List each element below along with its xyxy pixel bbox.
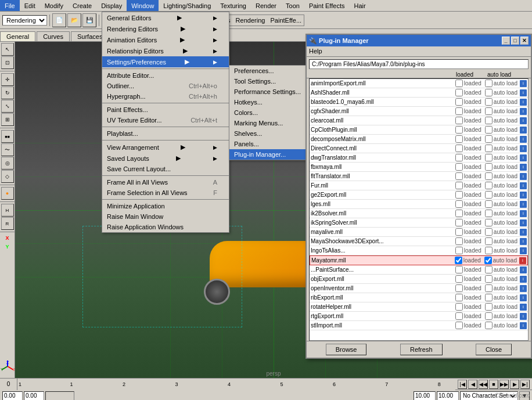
menu-item-frame-all[interactable]: Frame All in All ViewsA [102, 177, 229, 188]
pm-info-btn-1[interactable]: i [520, 89, 527, 96]
menu-item-raise-app[interactable]: Raise Application Windows [102, 222, 229, 232]
menu-file[interactable]: File [0, 0, 20, 11]
pm-loaded-cb-paint[interactable] [455, 266, 463, 273]
move-tool-btn[interactable]: ✛ [1, 73, 14, 86]
pm-auto-cb-13[interactable] [485, 200, 493, 208]
menu-item-uv-editor[interactable]: UV Texture Editor...Ctrl+Alt+t [102, 115, 229, 125]
pm-loaded-cb-4[interactable] [455, 117, 463, 124]
start-frame-field[interactable] [414, 391, 436, 401]
pm-auto-cb-paint[interactable] [485, 266, 493, 273]
pm-loaded-cb-1[interactable] [455, 89, 463, 96]
pm-close-btn[interactable]: ✕ [520, 37, 529, 45]
pm-loaded-cb-23[interactable] [455, 303, 463, 311]
pm-maximize-btn[interactable]: □ [511, 37, 519, 45]
pm-auto-cb-17[interactable] [485, 237, 493, 245]
menu-item-hypergraph[interactable]: Hypergraph...Ctrl+Alt+h [102, 91, 229, 102]
soft-select-btn[interactable]: ● [1, 187, 14, 200]
pm-info-btn-24[interactable]: i [520, 313, 527, 320]
menu-item-outliner[interactable]: Outliner...Ctrl+Alt+o [102, 81, 229, 91]
pm-browse-btn[interactable]: Browse [326, 344, 367, 355]
menu-modify[interactable]: Modify [40, 0, 68, 11]
pm-info-btn-23[interactable]: i [520, 304, 527, 311]
pm-info-btn-3[interactable]: i [520, 108, 527, 115]
rotate-tool-btn[interactable]: ↻ [1, 87, 14, 99]
pm-auto-cb-16[interactable] [485, 228, 493, 236]
pm-auto-cb-20[interactable] [485, 275, 493, 283]
sub-frame-field[interactable] [24, 391, 44, 401]
pm-auto-cb-2[interactable] [485, 98, 493, 106]
stop-btn[interactable]: ■ [489, 380, 498, 389]
pm-auto-cb-9[interactable] [485, 163, 493, 171]
pm-info-btn-9[interactable]: i [520, 164, 527, 171]
current-frame-field[interactable] [2, 391, 23, 401]
pm-auto-cb-14[interactable] [485, 210, 493, 217]
pm-loaded-cb-25[interactable] [455, 322, 463, 329]
pm-loaded-cb-24[interactable] [455, 312, 463, 320]
pm-info-btn-20[interactable]: i [520, 276, 527, 283]
menu-item-view-arrangement[interactable]: View Arrangement▶ [102, 142, 229, 153]
pm-loaded-cb-7[interactable] [455, 145, 463, 152]
end-frame-field[interactable] [437, 391, 459, 401]
pm-auto-cb-4[interactable] [485, 117, 493, 124]
select-tool-btn[interactable]: ↖ [1, 43, 14, 56]
pm-loaded-cb-21[interactable] [455, 284, 463, 292]
skip-start-btn[interactable]: |◀ [458, 380, 467, 389]
pm-auto-cb-15[interactable] [485, 219, 493, 226]
prev-frame-btn[interactable]: ◀ [468, 380, 477, 389]
pm-info-btn-14[interactable]: i [520, 210, 527, 217]
pm-info-btn-5[interactable]: i [520, 127, 527, 134]
pm-auto-cb-25[interactable] [485, 322, 493, 329]
pm-auto-cb-18[interactable] [485, 247, 493, 254]
menu-item-rendering-editors[interactable]: Rendering Editors▶ [102, 23, 229, 34]
menu-paint[interactable]: Paint Effects [304, 0, 350, 11]
snap-to-surface-btn[interactable]: ◇ [1, 170, 14, 183]
pm-info-btn-16[interactable]: i [520, 229, 527, 236]
menu-item-settings-prefs[interactable]: Settings/Preferences▶ [102, 56, 229, 67]
pm-minimize-btn[interactable]: _ [502, 37, 510, 45]
pm-info-btn-6[interactable]: i [520, 136, 527, 143]
pm-auto-cb-0[interactable] [485, 80, 493, 87]
pm-info-btn-0[interactable]: i [520, 80, 527, 87]
pm-auto-cb-7[interactable] [485, 145, 493, 152]
pm-info-btn-11[interactable]: i [520, 182, 527, 189]
pm-refresh-btn[interactable]: Refresh [400, 344, 443, 355]
save-file-btn[interactable]: 💾 [82, 13, 96, 27]
pm-auto-cb-6[interactable] [485, 135, 493, 143]
pm-loaded-cb-5[interactable] [455, 126, 463, 134]
menu-lighting[interactable]: Lighting/Shading [159, 0, 215, 11]
pm-info-btn-25[interactable]: i [520, 322, 527, 329]
menu-edit[interactable]: Edit [20, 0, 40, 11]
pm-loaded-cb-mayatomr[interactable] [455, 257, 462, 264]
pm-loaded-cb-13[interactable] [455, 200, 463, 208]
skip-end-btn[interactable]: ▶| [520, 380, 530, 389]
pm-loaded-cb-8[interactable] [455, 154, 463, 161]
pm-loaded-cb-10[interactable] [455, 172, 463, 180]
open-file-btn[interactable]: 📂 [67, 13, 81, 27]
menu-item-frame-sel[interactable]: Frame Selection in All ViewsF [102, 188, 229, 198]
menu-hair[interactable]: Hair [349, 0, 370, 11]
pm-auto-cb-11[interactable] [485, 182, 493, 189]
pm-loaded-cb-14[interactable] [455, 210, 463, 217]
render-mode-select[interactable]: Rendering [2, 15, 47, 26]
render-region-btn[interactable]: R [1, 217, 14, 230]
pm-auto-cb-22[interactable] [485, 294, 493, 301]
pm-loaded-cb-6[interactable] [455, 135, 463, 143]
pm-info-btn-13[interactable]: i [520, 201, 527, 208]
pm-auto-cb-12[interactable] [485, 191, 493, 199]
pm-loaded-cb-2[interactable] [455, 98, 463, 106]
pm-info-btn-15[interactable]: i [520, 219, 527, 226]
pm-info-btn-mayatomr[interactable]: i [519, 257, 526, 264]
pm-info-btn-18[interactable]: i [520, 247, 527, 254]
menu-display[interactable]: Display [96, 0, 127, 11]
menu-item-minimize[interactable]: Minimize Application [102, 201, 229, 211]
snap-to-point-btn[interactable]: ◎ [1, 157, 14, 170]
pm-auto-cb-24[interactable] [485, 312, 493, 320]
menu-item-attribute-editor[interactable]: Attribute Editor... [102, 70, 229, 81]
pm-help-menu[interactable]: Help [309, 48, 322, 55]
pm-loaded-cb-17[interactable] [455, 237, 463, 245]
timeline-ruler[interactable]: 1 1 2 3 4 5 6 7 8 [17, 379, 455, 390]
pm-auto-cb-1[interactable] [485, 89, 493, 96]
pm-loaded-cb-3[interactable] [455, 107, 463, 115]
pm-info-btn-7[interactable]: i [520, 145, 527, 152]
pm-info-btn-12[interactable]: i [520, 192, 527, 199]
